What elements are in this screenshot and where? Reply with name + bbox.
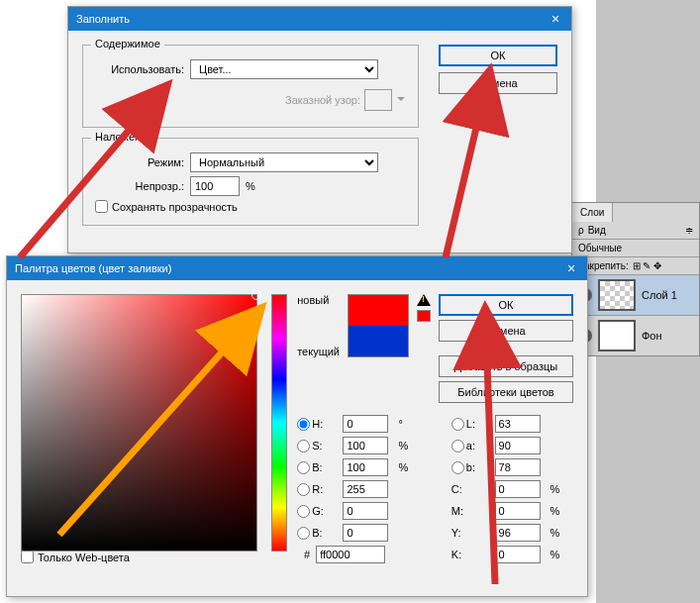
layer-thumb — [598, 320, 636, 352]
gamut-swatch[interactable] — [417, 310, 431, 322]
fill-titlebar: Заполнить × — [68, 7, 571, 31]
b-input[interactable] — [343, 524, 388, 542]
h-radio[interactable] — [297, 418, 310, 431]
bb-input[interactable] — [495, 458, 541, 476]
layer-item-bg[interactable]: Фон — [572, 315, 699, 355]
y-input[interactable] — [495, 524, 541, 542]
opacity-input[interactable] — [190, 176, 240, 196]
picker-title: Палитра цветов (цвет заливки) — [15, 262, 171, 274]
mode-dropdown[interactable]: Нормальный — [190, 152, 378, 172]
close-icon[interactable]: × — [548, 11, 563, 27]
new-color-swatch — [349, 295, 408, 326]
s-input[interactable] — [343, 437, 388, 454]
b-radio[interactable] — [297, 527, 310, 540]
mode-label: Режим: — [95, 156, 184, 168]
opacity-unit: % — [246, 180, 255, 192]
a-input[interactable] — [495, 437, 541, 454]
cancel-button[interactable]: Отмена — [439, 72, 557, 94]
layers-panel: Слои ρВид ≑ Обычные Закрепить: ⊞ ✎ ✥ Сло… — [571, 202, 700, 356]
m-input[interactable] — [495, 502, 541, 520]
blend-mode-value[interactable]: Обычные — [578, 243, 622, 253]
content-legend: Содержимое — [91, 38, 164, 50]
use-label: Использовать: — [95, 63, 184, 75]
h-input[interactable] — [343, 415, 388, 433]
bv-input[interactable] — [343, 458, 388, 476]
tab-layers[interactable]: Слои — [572, 203, 613, 222]
current-label: текущий — [297, 346, 340, 357]
add-swatch-button[interactable]: Добавить в образцы — [439, 355, 573, 377]
preserve-transparency-checkbox[interactable] — [95, 200, 108, 213]
fill-title: Заполнить — [76, 13, 130, 25]
pattern-label: Заказной узор: — [285, 94, 360, 106]
pattern-picker — [364, 89, 392, 111]
color-field[interactable] — [21, 294, 257, 552]
gamut-warning-icon[interactable] — [417, 294, 431, 306]
l-input[interactable] — [495, 415, 541, 433]
color-cursor-icon — [251, 290, 261, 300]
hex-label: # — [304, 549, 310, 560]
layer-name: Фон — [642, 330, 662, 342]
color-libraries-button[interactable]: Библиотеки цветов — [439, 381, 573, 403]
color-preview — [348, 294, 409, 357]
web-colors-label: Только Web-цвета — [38, 552, 130, 563]
g-input[interactable] — [343, 502, 388, 520]
blend-legend: Наложение — [91, 131, 156, 143]
close-icon[interactable]: × — [563, 260, 579, 276]
preserve-label: Сохранять прозрачность — [112, 201, 238, 213]
bb-radio[interactable] — [451, 461, 464, 474]
l-radio[interactable] — [451, 418, 464, 431]
layer-thumb — [598, 279, 636, 311]
c-input[interactable] — [495, 480, 541, 498]
ok-button[interactable]: ОК — [439, 45, 557, 66]
ok-button[interactable]: ОК — [439, 294, 573, 316]
hue-slider[interactable] — [271, 294, 288, 552]
hex-input[interactable] — [316, 546, 385, 563]
s-radio[interactable] — [297, 440, 310, 452]
layer-name: Слой 1 — [642, 289, 677, 301]
picker-titlebar: Палитра цветов (цвет заливки) × — [7, 256, 587, 280]
color-picker-dialog: Палитра цветов (цвет заливки) × новый те… — [6, 255, 588, 597]
new-label: новый — [297, 294, 340, 306]
bv-radio[interactable] — [297, 461, 310, 474]
k-input[interactable] — [495, 546, 541, 563]
web-colors-checkbox[interactable] — [21, 551, 34, 563]
layer-item-1[interactable]: Слой 1 — [572, 274, 699, 315]
layers-kind-label: Вид — [588, 225, 606, 236]
r-input[interactable] — [343, 480, 388, 498]
opacity-label: Непрозр.: — [95, 180, 184, 192]
g-radio[interactable] — [297, 505, 310, 518]
cancel-button[interactable]: Отмена — [439, 320, 573, 342]
use-dropdown[interactable]: Цвет... — [190, 59, 378, 79]
a-radio[interactable] — [451, 440, 464, 452]
r-radio[interactable] — [297, 483, 310, 496]
lock-icons[interactable]: ⊞ ✎ ✥ — [633, 260, 662, 271]
current-color-swatch[interactable] — [349, 326, 408, 356]
fill-dialog: Заполнить × ОК Отмена Содержимое Использ… — [67, 6, 572, 253]
